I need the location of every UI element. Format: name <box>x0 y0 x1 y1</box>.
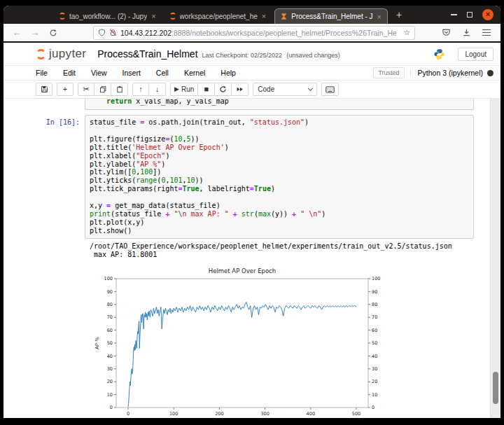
menu-insert[interactable]: Insert <box>122 69 141 77</box>
add-cell-button[interactable]: + <box>57 83 74 96</box>
svg-text:50: 50 <box>107 340 113 346</box>
svg-text:50: 50 <box>372 340 377 346</box>
move-cell-down-button[interactable]: ↓ <box>149 83 166 96</box>
reload-button[interactable] <box>46 29 61 37</box>
menu-edit[interactable]: Edit <box>63 69 76 77</box>
cut-icon: ✂ <box>83 85 89 93</box>
tab-close-icon[interactable]: × <box>150 12 156 20</box>
menu-cell[interactable]: Cell <box>156 69 169 77</box>
svg-text:10: 10 <box>372 391 377 397</box>
svg-text:30: 30 <box>372 366 377 372</box>
url-path: :8888/notebooks/workspace/peoplenet_helm… <box>172 29 397 37</box>
svg-text:100: 100 <box>372 276 380 281</box>
url-host: 104.43.212.202 <box>120 29 172 37</box>
cell-type-select[interactable]: Code <box>253 83 317 96</box>
cut-cell-button[interactable]: ✂ <box>78 83 94 96</box>
previous-cell-partial[interactable]: return x_vals_map, y_vals_map <box>36 99 474 110</box>
matplotlib-figure: Helmet AP Over Epoch00101020203030404050… <box>92 266 386 418</box>
paste-cell-button[interactable] <box>111 83 128 96</box>
new-tab-button[interactable]: + <box>389 9 409 20</box>
jupyter-logo-icon <box>36 49 46 60</box>
window-controls: × <box>451 6 493 24</box>
browser-tab[interactable]: tao_workflow... (2) - Jupy× <box>54 8 162 24</box>
forward-button[interactable]: → <box>27 27 43 38</box>
notebook-area: return x_vals_map, y_vals_map In [16]: s… <box>4 99 500 418</box>
tab-close-icon[interactable]: × <box>377 13 382 21</box>
plus-icon: + <box>63 85 67 93</box>
svg-text:0: 0 <box>127 411 130 417</box>
chart-image: Helmet AP Over Epoch00101020203030404050… <box>92 266 386 418</box>
trusted-button[interactable]: Trusted <box>373 67 404 78</box>
copy-icon <box>99 85 106 93</box>
svg-text:200: 200 <box>215 411 223 417</box>
chevron-down-icon <box>308 85 313 90</box>
scrollbar-thumb[interactable] <box>493 372 498 404</box>
menu-help[interactable]: Help <box>220 69 236 77</box>
menu-view[interactable]: View <box>91 69 107 77</box>
url-bar[interactable]: 104.43.212.202:8888/notebooks/workspace/… <box>93 26 415 40</box>
menu-icon[interactable] <box>482 29 491 36</box>
move-cell-up-button[interactable]: ↑ <box>132 83 149 96</box>
tab-strip: tao_workflow... (2) - Jupy×workspace/peo… <box>4 6 500 24</box>
arrow-down-icon: ↓ <box>155 85 160 93</box>
menu-file[interactable]: File <box>36 69 48 77</box>
scrollbar-track[interactable] <box>490 99 500 418</box>
jupyter-menubar: FileEditViewInsertCellKernelHelp Trusted… <box>4 66 500 81</box>
jupyter-favicon-icon <box>59 13 66 20</box>
interrupt-kernel-button[interactable]: ■ <box>198 83 215 96</box>
keyboard-icon <box>326 86 335 93</box>
code-line: status_file = os.path.join(train_out, "s… <box>90 118 469 127</box>
navbar-right-icons <box>442 28 495 37</box>
minimize-button[interactable] <box>451 14 457 15</box>
svg-text:70: 70 <box>372 314 377 320</box>
svg-text:30: 30 <box>107 366 113 372</box>
notebook-title[interactable]: Process&Train_Helmet <box>97 48 197 60</box>
tab-close-icon[interactable]: × <box>261 12 267 20</box>
kernel-name[interactable]: Python 3 (ipykernel) <box>418 69 483 77</box>
svg-text:300: 300 <box>260 411 269 417</box>
svg-text:0: 0 <box>372 405 374 410</box>
maximize-button[interactable] <box>467 12 472 18</box>
downloads-icon[interactable] <box>462 28 471 37</box>
bookmark-star-icon[interactable]: ☆ <box>403 28 410 37</box>
previous-cell-code[interactable]: return x_vals_map, y_vals_map <box>85 99 474 110</box>
browser-tab[interactable]: workspace/peoplenet_he× <box>164 8 272 24</box>
url-text[interactable]: 104.43.212.202:8888/notebooks/workspace/… <box>120 29 400 37</box>
svg-text:10: 10 <box>107 391 113 397</box>
shield-icon[interactable] <box>98 29 106 36</box>
restart-run-all-button[interactable] <box>232 83 248 96</box>
code-line: return x_vals_map, y_vals_map <box>90 99 469 106</box>
code-line: plt.yticks(range(0,101,10)) <box>90 176 469 185</box>
notebook-toolbar: + ✂ ↑ ↓ ▶Run ■ <box>4 81 500 99</box>
svg-text:20: 20 <box>372 379 377 384</box>
cell-code-input[interactable]: status_file = os.path.join(train_out, "s… <box>85 115 474 239</box>
kernel-busy-icon <box>487 70 493 76</box>
svg-text:20: 20 <box>107 379 113 384</box>
browser-tab[interactable]: Process&Train_Helmet - J× <box>274 8 388 24</box>
output-line: /root/TAO_Experience/workspace/peoplenet… <box>90 242 474 251</box>
pocket-icon[interactable] <box>442 28 451 37</box>
logout-button[interactable]: Logout <box>458 48 493 61</box>
restart-kernel-button[interactable] <box>215 83 232 96</box>
copy-cell-button[interactable] <box>94 83 111 96</box>
svg-text:60: 60 <box>372 327 377 333</box>
menu-kernel[interactable]: Kernel <box>184 69 205 77</box>
svg-text:AP %: AP % <box>94 336 100 349</box>
svg-text:40: 40 <box>372 353 377 358</box>
insecure-lock-icon[interactable] <box>109 29 117 36</box>
close-button[interactable]: × <box>482 9 493 20</box>
save-button[interactable] <box>36 83 52 96</box>
code-line: print(status_file + "\n max AP: " + str(… <box>90 210 469 218</box>
jupyter-logo[interactable]: jupyter <box>36 47 86 61</box>
code-line: x,y = get_map_data(status_file) <box>90 202 469 210</box>
back-button[interactable]: ← <box>9 27 24 38</box>
notebook-title-box: Process&Train_Helmet Last Checkpoint: 02… <box>97 48 340 60</box>
code-line: plt.plot(x,y) <box>90 218 469 227</box>
screen-frame: tao_workflow... (2) - Jupy×workspace/peo… <box>0 0 504 425</box>
jupyter-logo-text: jupyter <box>49 47 86 61</box>
code-line: plt.show() <box>90 227 469 235</box>
command-palette-button[interactable] <box>321 83 339 96</box>
run-button[interactable]: ▶Run <box>170 83 198 96</box>
code-line: plt.ylabel("AP %") <box>90 160 469 169</box>
python-logo-icon <box>433 48 445 60</box>
